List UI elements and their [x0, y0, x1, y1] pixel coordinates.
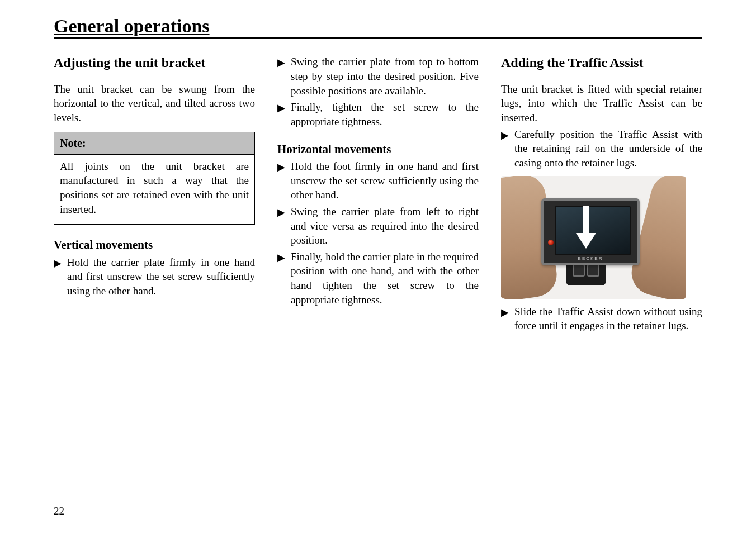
note-body: All joints on the unit bracket are manuf… [54, 155, 254, 225]
page-number: 22 [54, 505, 64, 517]
note-box: Note: All joints on the unit bracket are… [54, 132, 255, 225]
note-label: Note: [54, 132, 254, 155]
column-3: Adding the Traffic Assist The unit brack… [501, 54, 702, 335]
heading-vertical-movements: Vertical movements [54, 237, 255, 253]
vertical-step-2: Swing the carrier plate from top to bott… [291, 55, 479, 98]
device-screen [555, 206, 631, 255]
column-1: Adjusting the unit bracket The unit brac… [54, 54, 255, 335]
play-bullet-icon: ▶ [277, 250, 285, 307]
intro-paragraph: The unit bracket can be swung from the h… [54, 82, 255, 125]
play-bullet-icon: ▶ [277, 159, 285, 202]
heading-adjusting-bracket: Adjusting the unit bracket [54, 54, 255, 72]
play-bullet-icon: ▶ [277, 55, 285, 98]
column-2: ▶ Swing the carrier plate from top to bo… [277, 54, 479, 335]
horizontal-step-1: Hold the foot firmly in one hand and fir… [291, 159, 479, 202]
traffic-assist-step-2: Slide the Traffic Assist down without us… [514, 304, 702, 333]
play-bullet-icon: ▶ [501, 127, 509, 170]
horizontal-step-3: Finally, hold the carrier plate in the r… [291, 250, 479, 307]
play-bullet-icon: ▶ [501, 304, 509, 333]
traffic-assist-intro: The unit bracket is fitted with special … [501, 82, 702, 125]
play-bullet-icon: ▶ [277, 204, 285, 248]
page-title: General operations [54, 16, 210, 36]
horizontal-step-2: Swing the carrier plate from left to rig… [291, 204, 479, 248]
device-brand-label: BECKER [544, 256, 637, 262]
vertical-step-1: Hold the carrier plate firmly in one han… [67, 255, 255, 298]
heading-horizontal-movements: Horizontal movements [277, 141, 479, 157]
play-bullet-icon: ▶ [277, 100, 285, 129]
traffic-assist-step-1: Carefully position the Traffic Assist wi… [514, 127, 702, 170]
traffic-assist-device: BECKER [541, 198, 640, 265]
heading-adding-traffic-assist: Adding the Traffic Assist [501, 54, 702, 72]
play-bullet-icon: ▶ [54, 255, 62, 298]
power-led-icon [548, 240, 554, 245]
mounting-photo: BECKER [501, 176, 686, 299]
vertical-step-3: Finally, tighten the set screw to the ap… [291, 100, 479, 129]
